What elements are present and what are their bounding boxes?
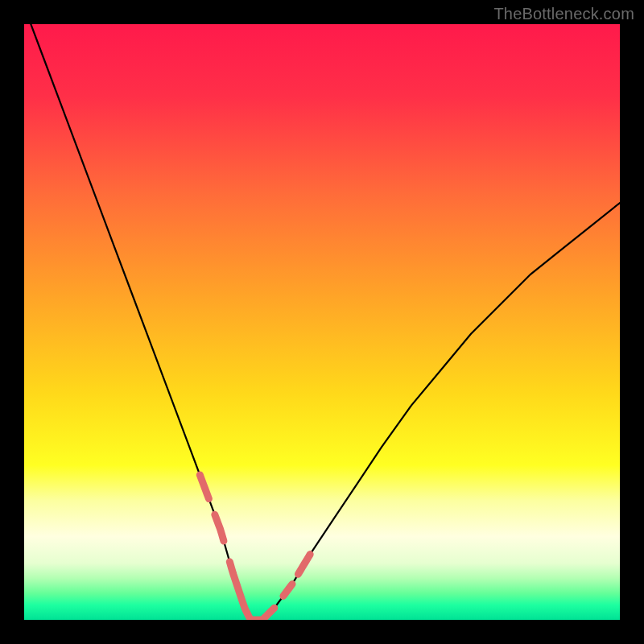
chart-stage: TheBottleneck.com xyxy=(0,0,644,644)
bottleneck-curve xyxy=(24,24,620,620)
curve-layer xyxy=(24,24,620,620)
watermark-text: TheBottleneck.com xyxy=(493,5,634,23)
trough-markers xyxy=(200,475,310,620)
trough-marker-segment xyxy=(229,562,275,620)
trough-marker-segment xyxy=(298,555,310,575)
plot-area xyxy=(24,24,620,620)
trough-marker-segment xyxy=(215,514,224,541)
trough-marker-segment xyxy=(283,584,292,597)
trough-marker-segment xyxy=(200,475,208,499)
